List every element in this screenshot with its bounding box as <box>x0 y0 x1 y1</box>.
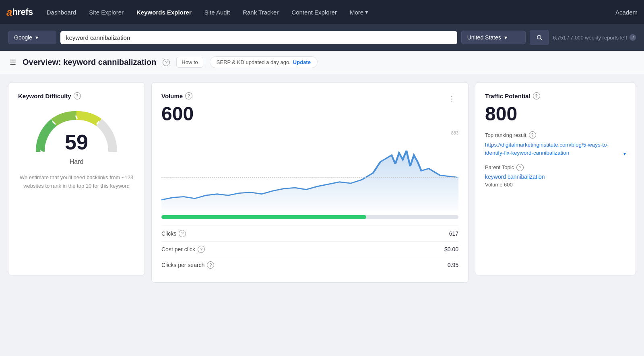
gauge-svg: 59 <box>32 108 121 156</box>
chevron-down-icon: ▾ <box>365 8 368 16</box>
kd-description: We estimate that you'll need backlinks f… <box>18 174 135 190</box>
nav-content-explorer[interactable]: Content Explorer <box>286 6 343 19</box>
logo-a: a <box>6 6 12 19</box>
nav-site-explorer[interactable]: Site Explorer <box>83 6 129 19</box>
search-bar: Google ▾ United States ▾ 6,751 / 7,000 w… <box>0 24 644 51</box>
gauge-container: 59 Hard <box>18 108 135 166</box>
country-chevron-icon: ▾ <box>504 34 507 41</box>
nav-items: Dashboard Site Explorer Keywords Explore… <box>41 5 615 19</box>
reports-left: 6,751 / 7,000 weekly reports left ? <box>553 34 636 41</box>
country-select[interactable]: United States ▾ <box>461 31 526 44</box>
nav-rank-tracker[interactable]: Rank Tracker <box>237 6 284 19</box>
metric-cpc-value: $0.00 <box>444 246 458 253</box>
top-ranking-help-icon[interactable]: ? <box>529 131 536 139</box>
search-icon <box>536 34 543 41</box>
traffic-title: Traffic Potential ? <box>485 92 626 99</box>
metric-cps: Clicks per search ? 0.95 <box>161 257 458 273</box>
volume-title-group: Volume ? 600 <box>161 92 194 126</box>
nav-more[interactable]: More ▾ <box>344 5 374 19</box>
parent-topic-label: Parent Topic ? <box>485 164 626 171</box>
search-button[interactable] <box>530 30 549 45</box>
traffic-number: 800 <box>485 103 626 125</box>
kd-help-icon[interactable]: ? <box>74 92 81 99</box>
reports-help-icon[interactable]: ? <box>630 34 636 41</box>
nav-keywords-explorer[interactable]: Keywords Explorer <box>131 6 197 19</box>
volume-help-icon[interactable]: ? <box>185 92 192 99</box>
metric-cpc-label: Cost per click ? <box>161 246 205 253</box>
metric-clicks-value: 617 <box>449 230 458 237</box>
top-ranking-label: Top ranking result ? <box>485 131 626 139</box>
parent-topic-link[interactable]: keyword cannibalization <box>485 174 626 180</box>
engine-select[interactable]: Google ▾ <box>8 31 56 44</box>
url-chevron-icon: ▾ <box>623 150 626 157</box>
volume-title: Volume ? <box>161 92 194 99</box>
traffic-help-icon[interactable]: ? <box>533 92 540 99</box>
keyword-input[interactable] <box>66 34 452 41</box>
parent-topic-help-icon[interactable]: ? <box>516 164 524 171</box>
logo[interactable]: ahrefs <box>6 6 33 19</box>
how-to-button[interactable]: How to <box>176 57 203 68</box>
volume-number: 600 <box>161 103 194 125</box>
engine-chevron-icon: ▾ <box>35 34 38 41</box>
top-ranking-url[interactable]: https://digitalmarketinginstitute.com/bl… <box>485 141 626 157</box>
metric-clicks-label: Clicks ? <box>161 230 186 237</box>
kd-score: 59 <box>65 132 88 153</box>
clicks-help-icon[interactable]: ? <box>179 230 186 237</box>
hamburger-icon[interactable]: ☰ <box>10 58 16 67</box>
volume-chart: 883 <box>161 130 458 211</box>
kd-card: Keyword Difficulty ? <box>8 82 145 275</box>
main-content: Keyword Difficulty ? <box>0 74 644 291</box>
overview-header: ☰ Overview: keyword cannibalization ? Ho… <box>0 51 644 74</box>
nav-academy[interactable]: Academ <box>615 9 638 16</box>
metric-cps-label: Clicks per search ? <box>161 261 214 269</box>
nav-dashboard[interactable]: Dashboard <box>41 6 82 19</box>
cps-help-icon[interactable]: ? <box>207 261 214 269</box>
parent-volume: Volume 600 <box>485 182 626 188</box>
update-notice-text: SERP & KD updated a day ago. <box>217 59 291 65</box>
nav-site-audit[interactable]: Site Audit <box>199 6 235 19</box>
volume-chart-svg <box>161 130 458 211</box>
overview-title: Overview: keyword cannibalization <box>23 58 156 67</box>
navbar: ahrefs Dashboard Site Explorer Keywords … <box>0 0 644 24</box>
cpc-help-icon[interactable]: ? <box>198 246 205 253</box>
volume-progress-bar <box>161 215 458 219</box>
engine-label: Google <box>14 34 32 41</box>
metric-cps-value: 0.95 <box>448 262 458 268</box>
keyword-input-wrap <box>60 31 457 44</box>
country-label: United States <box>467 34 501 41</box>
metric-cpc: Cost per click ? $0.00 <box>161 241 458 257</box>
chart-max-label: 883 <box>451 130 458 135</box>
volume-progress-fill <box>161 215 366 219</box>
traffic-card: Traffic Potential ? 800 Top ranking resu… <box>475 82 636 275</box>
volume-card: Volume ? 600 ⋮ 883 <box>151 82 469 283</box>
metric-clicks: Clicks ? 617 <box>161 226 458 241</box>
volume-options-icon[interactable]: ⋮ <box>444 92 458 105</box>
kd-title: Keyword Difficulty ? <box>18 92 135 99</box>
update-notice: SERP & KD updated a day ago. Update <box>210 56 318 68</box>
volume-header: Volume ? 600 ⋮ <box>161 92 458 126</box>
logo-hrefs: hrefs <box>12 7 33 17</box>
update-link[interactable]: Update <box>293 59 311 65</box>
chart-dashed-line <box>161 177 458 178</box>
overview-help-icon[interactable]: ? <box>163 59 170 66</box>
